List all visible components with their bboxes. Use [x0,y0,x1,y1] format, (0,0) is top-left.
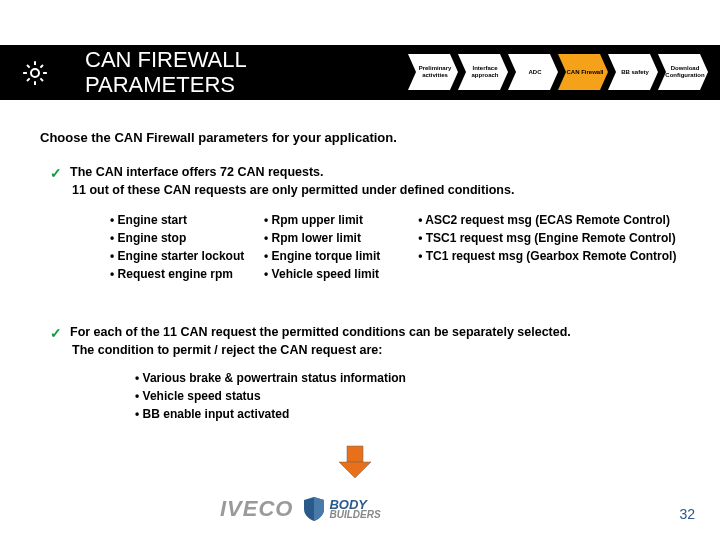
svg-point-0 [31,69,39,77]
point1-line1: The CAN interface offers 72 CAN requests… [70,165,324,179]
list-item: Vehicle speed limit [264,265,418,283]
list-item: Vehicle speed status [135,387,690,405]
list-item: BB enable input activated [135,405,690,423]
step-download: Download Configuration [658,54,708,90]
point1-line2: 11 out of these CAN requests are only pe… [72,183,690,197]
gear-icon [20,58,50,88]
intro-text: Choose the CAN Firewall parameters for y… [40,130,397,145]
point2-line1: For each of the 11 CAN request the permi… [70,325,571,339]
list-item: Request engine rpm [110,265,264,283]
step-preliminary: Preliminary activities [408,54,458,90]
arrow-down-icon [335,444,375,480]
svg-marker-8 [339,462,371,478]
list-item: Engine torque limit [264,247,418,265]
list-item: ASC2 request msg (ECAS Remote Control) [418,211,690,229]
bodybuilders-logo: BODY BUILDERS [303,496,380,522]
list-item: TC1 request msg (Gearbox Remote Control) [418,247,690,265]
footer-logos: IVECO BODY BUILDERS [220,496,381,522]
column-3: ASC2 request msg (ECAS Remote Control) T… [418,211,690,283]
list-item: Rpm upper limit [264,211,418,229]
point2-line2: The condition to permit / reject the CAN… [72,343,690,357]
conditions-list: Various brake & powertrain status inform… [135,369,690,423]
list-item: TSC1 request msg (Engine Remote Control) [418,229,690,247]
breadcrumb-steps: Preliminary activities Interface approac… [408,54,708,90]
column-2: Rpm upper limit Rpm lower limit Engine t… [264,211,418,283]
body-section-1: ✓ The CAN interface offers 72 CAN reques… [50,165,690,283]
list-item: Engine starter lockout [110,247,264,265]
column-1: Engine start Engine stop Engine starter … [110,211,264,283]
brand-builders: BUILDERS [329,510,380,519]
iveco-logo: IVECO [220,496,293,522]
svg-rect-7 [347,446,363,462]
shield-icon [303,496,325,522]
list-item: Various brake & powertrain status inform… [135,369,690,387]
step-bb-safety: BB safety [608,54,658,90]
list-item: Engine stop [110,229,264,247]
checkmark-icon: ✓ [50,325,62,341]
page-number: 32 [679,506,695,522]
step-interface: Interface approach [458,54,508,90]
step-adc: ADC [508,54,558,90]
step-can-firewall: CAN Firewall [558,54,608,90]
checkmark-icon: ✓ [50,165,62,181]
body-section-2: ✓ For each of the 11 CAN request the per… [50,325,690,423]
title-line1: CAN FIREWALL [85,47,247,72]
list-item: Rpm lower limit [264,229,418,247]
title-line2: PARAMETERS [85,72,235,97]
requests-columns: Engine start Engine stop Engine starter … [50,211,690,283]
list-item: Engine start [110,211,264,229]
page-title: CAN FIREWALL PARAMETERS [85,48,247,96]
